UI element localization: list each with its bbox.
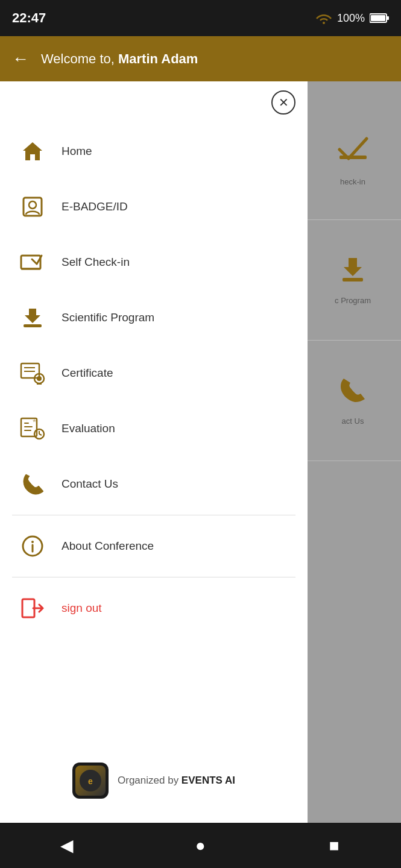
nav-recent-icon: ■ [329,836,339,855]
menu-item-about-conference[interactable]: About Conference [0,518,308,574]
wifi-icon [315,12,332,24]
menu-label-about-conference: About Conference [62,539,154,553]
divider-1 [12,515,295,515]
menu-item-sign-out[interactable]: sign out [0,580,308,636]
menu-item-ebadge[interactable]: E-BADGE/ID [0,179,308,234]
menu-label-scientific-program: Scientific Program [62,311,154,324]
events-ai-logo: e [75,766,106,796]
footer-brand: EVENTS AI [182,775,235,786]
back-button[interactable]: ← [12,49,29,69]
bg-checkin-label: heck-in [340,177,365,186]
menu-label-contact-us: Contact Us [62,477,118,491]
svg-point-22 [31,541,34,543]
nav-back-button[interactable]: ◀ [52,831,82,861]
footer-organized-by: Organized by [118,775,182,786]
drawer-footer: e Organized by EVENTS AI [0,744,308,823]
menu-label-ebadge: E-BADGE/ID [62,200,128,213]
nav-home-button[interactable]: ● [185,831,215,861]
svg-marker-19 [33,419,36,423]
side-drawer: ✕ Home E-BADGE/ID [0,81,308,823]
svg-rect-9 [24,324,42,327]
header-title: Welcome to, Martin Adam [41,51,198,67]
svg-rect-1 [371,15,385,21]
nav-home-icon: ● [195,836,206,855]
status-icons: 100% [315,12,389,25]
header-title-prefix: Welcome to, [41,51,118,66]
footer-text: Organized by EVENTS AI [118,775,235,787]
footer-logo: e [72,763,109,799]
home-icon [18,137,47,166]
menu-item-home[interactable]: Home [0,124,308,179]
menu-label-certificate: Certificate [62,366,113,380]
battery-text: 100% [337,12,365,25]
download-icon [18,303,47,332]
menu-item-contact-us[interactable]: Contact Us [0,456,308,512]
bg-checkin-item: heck-in [305,99,401,220]
nav-bar: ◀ ● ■ [0,823,401,868]
close-btn-row: ✕ [0,81,308,118]
svg-rect-3 [339,156,367,159]
svg-rect-2 [387,16,389,20]
badge-icon [18,192,47,221]
close-drawer-button[interactable]: ✕ [271,90,295,115]
evaluation-icon [18,414,47,443]
checkin-icon [18,248,47,277]
svg-point-14 [37,376,42,381]
menu-item-certificate[interactable]: Certificate [0,345,308,401]
nav-recent-button[interactable]: ■ [319,831,349,861]
menu-item-self-checkin[interactable]: Self Check-in [0,234,308,290]
svg-rect-4 [343,278,363,281]
divider-2 [12,577,295,577]
bg-program-item: c Program [305,220,401,341]
status-bar: 22:47 100% [0,0,401,36]
menu-label-self-checkin: Self Check-in [62,256,130,269]
menu-label-evaluation: Evaluation [62,422,115,435]
menu-label-home: Home [62,145,92,158]
background-right-panel: heck-in c Program act Us [305,81,401,823]
svg-text:e: e [88,776,93,786]
nav-back-icon: ◀ [60,835,74,855]
status-time: 22:47 [12,10,46,26]
menu-item-scientific-program[interactable]: Scientific Program [0,290,308,345]
certificate-icon [18,359,47,388]
svg-point-6 [29,201,36,209]
bg-contact-item: act Us [305,341,401,461]
battery-icon [370,13,389,24]
bg-contact-label: act Us [342,417,364,426]
signout-icon [18,594,47,623]
menu-list: Home E-BADGE/ID Self Check [0,118,308,744]
menu-item-evaluation[interactable]: Evaluation [0,401,308,456]
info-icon [18,532,47,561]
header: ← Welcome to, Martin Adam [0,36,401,81]
svg-line-18 [39,434,42,435]
menu-label-sign-out: sign out [62,602,102,615]
phone-icon [18,470,47,498]
bg-program-label: c Program [335,296,371,305]
close-icon: ✕ [279,95,289,110]
header-title-name: Martin Adam [118,51,198,66]
